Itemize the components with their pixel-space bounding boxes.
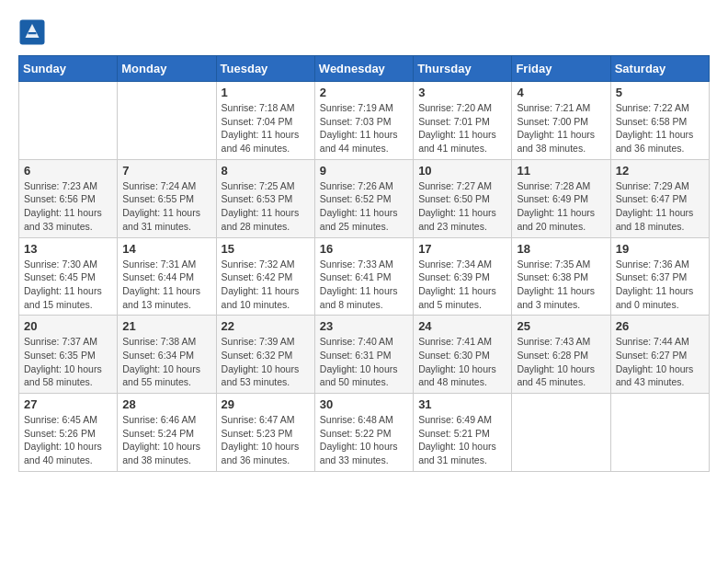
calendar-cell: 2Sunrise: 7:19 AM Sunset: 7:03 PM Daylig…: [314, 82, 413, 160]
day-number: 10: [418, 164, 506, 178]
day-info: Sunrise: 7:22 AM Sunset: 6:58 PM Dayligh…: [616, 101, 704, 155]
day-info: Sunrise: 7:32 AM Sunset: 6:42 PM Dayligh…: [222, 258, 310, 312]
day-number: 14: [122, 242, 210, 256]
calendar-cell: [610, 394, 709, 472]
calendar-week-row: 1Sunrise: 7:18 AM Sunset: 7:04 PM Daylig…: [19, 82, 710, 160]
calendar-cell: 11Sunrise: 7:28 AM Sunset: 6:49 PM Dayli…: [512, 159, 610, 237]
day-info: Sunrise: 7:27 AM Sunset: 6:50 PM Dayligh…: [418, 179, 506, 234]
column-header-tuesday: Tuesday: [216, 56, 314, 82]
calendar-cell: 28Sunrise: 6:46 AM Sunset: 5:24 PM Dayli…: [118, 394, 216, 472]
calendar-cell: 10Sunrise: 7:27 AM Sunset: 6:50 PM Dayli…: [414, 159, 512, 237]
svg-rect-2: [28, 32, 37, 34]
calendar-cell: 20Sunrise: 7:37 AM Sunset: 6:35 PM Dayli…: [19, 316, 118, 394]
day-number: 22: [222, 319, 310, 333]
day-number: 6: [24, 164, 112, 178]
day-info: Sunrise: 7:23 AM Sunset: 6:56 PM Dayligh…: [24, 179, 112, 234]
day-number: 1: [222, 86, 310, 99]
day-info: Sunrise: 7:37 AM Sunset: 6:35 PM Dayligh…: [24, 335, 112, 389]
calendar-cell: 16Sunrise: 7:33 AM Sunset: 6:41 PM Dayli…: [314, 237, 413, 316]
day-number: 3: [418, 86, 506, 99]
day-number: 24: [418, 319, 506, 333]
day-info: Sunrise: 6:46 AM Sunset: 5:24 PM Dayligh…: [122, 413, 210, 467]
day-number: 19: [616, 242, 704, 256]
calendar-week-row: 27Sunrise: 6:45 AM Sunset: 5:26 PM Dayli…: [19, 394, 710, 472]
day-info: Sunrise: 7:44 AM Sunset: 6:27 PM Dayligh…: [616, 335, 704, 389]
calendar-cell: 7Sunrise: 7:24 AM Sunset: 6:55 PM Daylig…: [118, 159, 216, 237]
day-info: Sunrise: 7:38 AM Sunset: 6:34 PM Dayligh…: [122, 335, 210, 389]
day-number: 11: [517, 164, 605, 178]
day-info: Sunrise: 7:21 AM Sunset: 7:00 PM Dayligh…: [517, 101, 605, 155]
day-info: Sunrise: 7:33 AM Sunset: 6:41 PM Dayligh…: [320, 258, 408, 312]
column-header-thursday: Thursday: [414, 56, 512, 82]
calendar-cell: 23Sunrise: 7:40 AM Sunset: 6:31 PM Dayli…: [314, 316, 413, 394]
calendar-cell: 25Sunrise: 7:43 AM Sunset: 6:28 PM Dayli…: [512, 316, 610, 394]
day-number: 25: [517, 319, 605, 333]
day-info: Sunrise: 7:35 AM Sunset: 6:38 PM Dayligh…: [517, 258, 605, 312]
day-number: 5: [616, 86, 704, 99]
day-info: Sunrise: 7:25 AM Sunset: 6:53 PM Dayligh…: [222, 179, 310, 234]
day-number: 2: [320, 86, 408, 99]
calendar-cell: 3Sunrise: 7:20 AM Sunset: 7:01 PM Daylig…: [414, 82, 512, 160]
calendar-cell: 8Sunrise: 7:25 AM Sunset: 6:53 PM Daylig…: [216, 159, 314, 237]
calendar-cell: 31Sunrise: 6:49 AM Sunset: 5:21 PM Dayli…: [414, 394, 512, 472]
day-info: Sunrise: 6:45 AM Sunset: 5:26 PM Dayligh…: [24, 413, 112, 467]
calendar-cell: 17Sunrise: 7:34 AM Sunset: 6:39 PM Dayli…: [414, 237, 512, 316]
calendar-cell: 1Sunrise: 7:18 AM Sunset: 7:04 PM Daylig…: [216, 82, 314, 160]
calendar-cell: 26Sunrise: 7:44 AM Sunset: 6:27 PM Dayli…: [610, 316, 709, 394]
day-info: Sunrise: 7:20 AM Sunset: 7:01 PM Dayligh…: [418, 101, 506, 155]
day-info: Sunrise: 6:49 AM Sunset: 5:21 PM Dayligh…: [418, 413, 506, 467]
calendar-cell: 29Sunrise: 6:47 AM Sunset: 5:23 PM Dayli…: [216, 394, 314, 472]
calendar-cell: 5Sunrise: 7:22 AM Sunset: 6:58 PM Daylig…: [610, 82, 709, 160]
calendar-week-row: 6Sunrise: 7:23 AM Sunset: 6:56 PM Daylig…: [19, 159, 710, 237]
calendar-cell: 18Sunrise: 7:35 AM Sunset: 6:38 PM Dayli…: [512, 237, 610, 316]
calendar-cell: 21Sunrise: 7:38 AM Sunset: 6:34 PM Dayli…: [118, 316, 216, 394]
day-info: Sunrise: 7:39 AM Sunset: 6:32 PM Dayligh…: [222, 335, 310, 389]
day-info: Sunrise: 7:19 AM Sunset: 7:03 PM Dayligh…: [320, 101, 408, 155]
day-number: 13: [24, 242, 112, 256]
calendar-cell: 30Sunrise: 6:48 AM Sunset: 5:22 PM Dayli…: [314, 394, 413, 472]
day-info: Sunrise: 6:48 AM Sunset: 5:22 PM Dayligh…: [320, 413, 408, 467]
calendar-cell: 9Sunrise: 7:26 AM Sunset: 6:52 PM Daylig…: [314, 159, 413, 237]
day-number: 23: [320, 319, 408, 333]
day-number: 8: [222, 164, 310, 178]
calendar-cell: 6Sunrise: 7:23 AM Sunset: 6:56 PM Daylig…: [19, 159, 118, 237]
day-number: 7: [122, 164, 210, 178]
day-number: 15: [222, 242, 310, 256]
day-info: Sunrise: 7:30 AM Sunset: 6:45 PM Dayligh…: [24, 258, 112, 312]
calendar-cell: 4Sunrise: 7:21 AM Sunset: 7:00 PM Daylig…: [512, 82, 610, 160]
calendar-cell: 24Sunrise: 7:41 AM Sunset: 6:30 PM Dayli…: [414, 316, 512, 394]
day-info: Sunrise: 7:34 AM Sunset: 6:39 PM Dayligh…: [418, 258, 506, 312]
column-header-wednesday: Wednesday: [314, 56, 413, 82]
day-info: Sunrise: 7:28 AM Sunset: 6:49 PM Dayligh…: [517, 179, 605, 234]
day-number: 17: [418, 242, 506, 256]
day-info: Sunrise: 7:40 AM Sunset: 6:31 PM Dayligh…: [320, 335, 408, 389]
day-info: Sunrise: 7:18 AM Sunset: 7:04 PM Dayligh…: [222, 101, 310, 155]
logo: [18, 18, 50, 46]
day-number: 18: [517, 242, 605, 256]
calendar-cell: 22Sunrise: 7:39 AM Sunset: 6:32 PM Dayli…: [216, 316, 314, 394]
column-header-monday: Monday: [118, 56, 216, 82]
day-number: 16: [320, 242, 408, 256]
calendar-header-row: SundayMondayTuesdayWednesdayThursdayFrid…: [19, 56, 710, 82]
day-number: 20: [24, 319, 112, 333]
day-number: 31: [418, 397, 506, 411]
calendar-cell: 13Sunrise: 7:30 AM Sunset: 6:45 PM Dayli…: [19, 237, 118, 316]
day-number: 29: [222, 397, 310, 411]
day-number: 30: [320, 397, 408, 411]
logo-icon: [18, 18, 46, 46]
calendar-week-row: 20Sunrise: 7:37 AM Sunset: 6:35 PM Dayli…: [19, 316, 710, 394]
calendar-cell: 14Sunrise: 7:31 AM Sunset: 6:44 PM Dayli…: [118, 237, 216, 316]
calendar-cell: [19, 82, 118, 160]
day-info: Sunrise: 7:26 AM Sunset: 6:52 PM Dayligh…: [320, 179, 408, 234]
calendar-cell: [512, 394, 610, 472]
calendar-cell: [118, 82, 216, 160]
column-header-friday: Friday: [512, 56, 610, 82]
day-info: Sunrise: 6:47 AM Sunset: 5:23 PM Dayligh…: [222, 413, 310, 467]
column-header-sunday: Sunday: [19, 56, 118, 82]
calendar-cell: 27Sunrise: 6:45 AM Sunset: 5:26 PM Dayli…: [19, 394, 118, 472]
day-info: Sunrise: 7:41 AM Sunset: 6:30 PM Dayligh…: [418, 335, 506, 389]
day-info: Sunrise: 7:29 AM Sunset: 6:47 PM Dayligh…: [616, 179, 704, 234]
page-header: [18, 18, 710, 46]
day-info: Sunrise: 7:43 AM Sunset: 6:28 PM Dayligh…: [517, 335, 605, 389]
day-number: 4: [517, 86, 605, 99]
